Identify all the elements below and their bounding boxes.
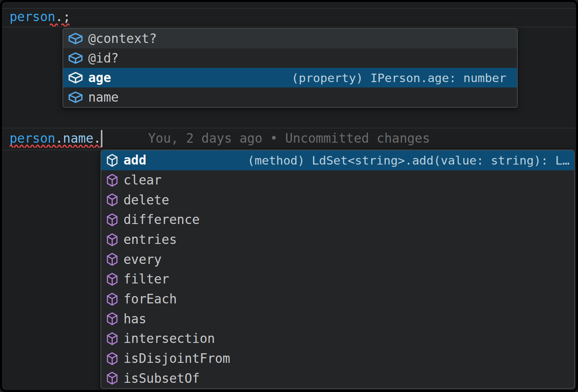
symbol-field-icon bbox=[68, 52, 83, 64]
suggest-item-label: add bbox=[124, 153, 147, 168]
suggest-item-label: entries bbox=[124, 232, 177, 247]
suggest-item-label: every bbox=[124, 252, 161, 267]
suggest-item-label: forEach bbox=[124, 292, 177, 306]
suggest-item-detail: (property) IPerson.age: number bbox=[291, 71, 506, 85]
suggest-item-context[interactable]: @context? bbox=[63, 29, 517, 48]
suggest-widget-bottom: add (method) LdSet<string>.add(value: st… bbox=[100, 150, 575, 389]
suggest-widget-top: @context? @id? age (property) IPerson.ag… bbox=[63, 28, 518, 108]
symbol-method-icon bbox=[106, 272, 119, 287]
suggest-item-add[interactable]: add (method) LdSet<string>.add(value: st… bbox=[101, 150, 574, 170]
suggest-item-isdisjointfrom[interactable]: isDisjointFrom bbox=[101, 349, 574, 369]
suggest-item-filter[interactable]: filter bbox=[101, 269, 574, 289]
screenshot-root: person.; person.name. You, 2 days ago • … bbox=[0, 0, 578, 392]
suggest-item-delete[interactable]: delete bbox=[101, 190, 574, 210]
suggest-item-label: @id? bbox=[88, 51, 119, 66]
symbol-method-icon bbox=[106, 212, 119, 227]
symbol-method-icon bbox=[106, 311, 119, 326]
symbol-method-icon bbox=[106, 173, 119, 188]
symbol-method-icon bbox=[106, 252, 119, 267]
code-token-variable: person bbox=[10, 9, 55, 24]
symbol-method-icon bbox=[106, 371, 119, 385]
suggest-item-label: difference bbox=[124, 212, 200, 227]
error-squiggle bbox=[10, 144, 102, 148]
suggest-item-name[interactable]: name bbox=[63, 87, 517, 107]
symbol-field-icon bbox=[68, 71, 83, 84]
text-caret bbox=[101, 130, 102, 147]
suggest-item-has[interactable]: has bbox=[101, 309, 574, 329]
error-squiggle bbox=[50, 23, 58, 26]
symbol-field-icon bbox=[68, 32, 83, 45]
symbol-method-icon bbox=[106, 193, 119, 207]
symbol-method-icon bbox=[106, 292, 119, 306]
suggest-item-label: clear bbox=[124, 173, 161, 188]
current-line-highlight bbox=[0, 8, 578, 27]
suggest-item-clear[interactable]: clear bbox=[101, 170, 574, 190]
symbol-method-icon bbox=[106, 331, 119, 346]
suggest-item-intersection[interactable]: intersection bbox=[101, 329, 574, 349]
suggest-item-label: has bbox=[124, 311, 147, 326]
suggest-item-detail: (method) LdSet<string>.add(value: string… bbox=[247, 153, 570, 167]
code-token-punctuation: . bbox=[55, 9, 63, 24]
symbol-method-icon bbox=[106, 153, 119, 168]
suggest-item-label: isSubsetOf bbox=[124, 371, 200, 386]
suggest-item-label: isDisjointFrom bbox=[124, 351, 230, 366]
suggest-item-age[interactable]: age (property) IPerson.age: number bbox=[63, 68, 517, 87]
git-blame-annotation: You, 2 days ago • Uncommitted changes bbox=[148, 128, 430, 148]
suggest-item-foreach[interactable]: forEach bbox=[101, 289, 574, 309]
suggest-item-id[interactable]: @id? bbox=[63, 48, 517, 68]
suggest-item-label: delete bbox=[124, 193, 169, 208]
error-squiggle bbox=[61, 23, 69, 26]
suggest-item-label: name bbox=[88, 90, 119, 105]
code-token-punctuation: ; bbox=[63, 9, 71, 24]
symbol-method-icon bbox=[106, 351, 119, 366]
symbol-method-icon bbox=[106, 232, 119, 247]
symbol-field-icon bbox=[68, 91, 83, 104]
suggest-item-label: filter bbox=[124, 272, 169, 287]
suggest-item-label: @context? bbox=[88, 31, 157, 46]
suggest-item-every[interactable]: every bbox=[101, 249, 574, 269]
code-editor-surface[interactable]: person.; person.name. You, 2 days ago • … bbox=[0, 0, 578, 392]
suggest-item-difference[interactable]: difference bbox=[101, 210, 574, 230]
suggest-item-label: age bbox=[88, 70, 111, 85]
suggest-item-entries[interactable]: entries bbox=[101, 230, 574, 250]
suggest-item-issubsetof[interactable]: isSubsetOf bbox=[101, 368, 574, 388]
suggest-item-label: intersection bbox=[124, 331, 215, 346]
